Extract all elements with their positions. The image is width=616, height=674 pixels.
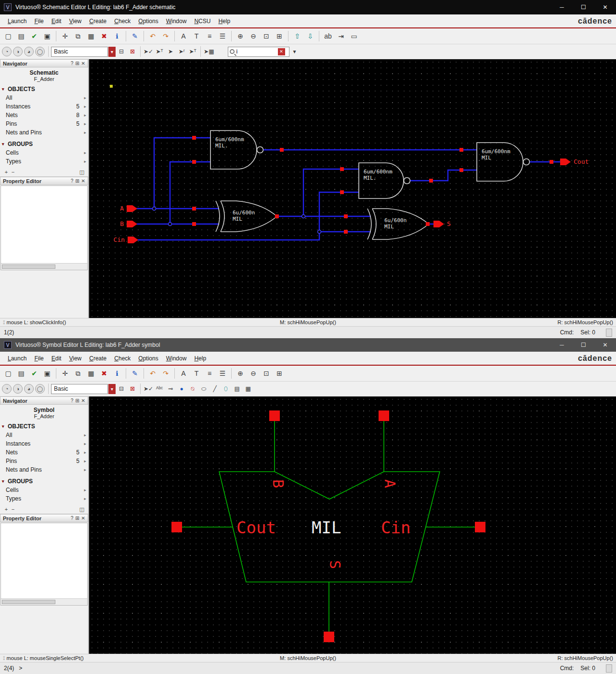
next-view-icon[interactable]: ◕ xyxy=(24,47,34,56)
instance-browser-icon[interactable]: ⊟ xyxy=(116,383,127,394)
menu-window[interactable]: Window xyxy=(162,353,191,364)
symbol-pin-a[interactable] xyxy=(379,410,389,421)
text-style-icon[interactable]: T xyxy=(190,367,203,380)
stretch-icon[interactable]: ✛ xyxy=(59,367,71,380)
properties-icon[interactable]: ℹ xyxy=(111,367,123,380)
select-filter-icon[interactable]: ➤✓ xyxy=(143,383,154,394)
create-polygon-icon[interactable]: ⬯ xyxy=(221,383,231,394)
create-circle-icon[interactable]: ● xyxy=(176,383,187,394)
ascend-hierarchy-icon[interactable]: ⇧ xyxy=(291,30,303,42)
distribute-icon[interactable]: ☰ xyxy=(216,30,229,42)
help-icon[interactable]: ? xyxy=(71,178,74,184)
collapse-icon[interactable]: − xyxy=(10,169,16,175)
command-bar[interactable]: 1(2) Cmd: Sel: 0 xyxy=(0,326,616,338)
zoom-to-fit-icon[interactable]: ⊡ xyxy=(260,367,273,380)
titlebar[interactable]: V Virtuoso® Symbol Editor L Editing: lab… xyxy=(0,338,616,352)
property-editor-body[interactable] xyxy=(0,523,88,606)
help-icon[interactable]: ? xyxy=(71,515,74,521)
menu-ncsu[interactable]: NCSU xyxy=(190,16,214,26)
titlebar[interactable]: V Virtuoso® Schematic Editor L Editing: … xyxy=(0,0,616,14)
zoom-out-icon[interactable]: ⊖ xyxy=(247,367,260,380)
distribute-icon[interactable]: ☰ xyxy=(216,367,229,380)
select-text-icon[interactable]: ➤ᵀ xyxy=(187,46,198,57)
home-view-icon[interactable]: ◯ xyxy=(35,47,45,56)
undo-icon[interactable]: ↶ xyxy=(146,367,159,380)
expand-icon[interactable]: + xyxy=(3,169,10,175)
properties-icon[interactable]: ℹ xyxy=(111,30,123,42)
minimize-button[interactable]: ─ xyxy=(551,0,573,14)
rotate-icon[interactable]: A xyxy=(177,367,190,380)
tree-item-all[interactable]: All ▸ xyxy=(0,431,88,439)
maximize-button[interactable]: ☐ xyxy=(573,0,594,14)
stretch-icon[interactable]: ✛ xyxy=(59,30,71,42)
palette-toggle-icon[interactable]: ⊠ xyxy=(127,383,138,394)
zoom-area-icon[interactable]: ⊞ xyxy=(273,30,286,42)
workspace-dropdown-icon[interactable]: ▾ xyxy=(108,384,116,394)
open-icon[interactable]: ▤ xyxy=(15,30,27,42)
notes-icon[interactable]: ▭ xyxy=(348,30,360,42)
search-clear-icon[interactable]: ✕ xyxy=(278,48,285,55)
create-ellipse-icon[interactable]: ⬭ xyxy=(198,383,209,394)
tree-section-objects[interactable]: ▾ OBJECTS xyxy=(0,422,88,431)
zoom-area-icon[interactable]: ⊞ xyxy=(273,367,286,380)
close-panel-icon[interactable]: ✕ xyxy=(81,61,85,66)
go-to-icon[interactable]: ⇥ xyxy=(335,30,347,42)
select-area-icon[interactable]: ➤▦ xyxy=(203,46,214,57)
home-view-icon[interactable]: ◯ xyxy=(35,384,45,394)
delete-icon[interactable]: ✖ xyxy=(98,30,110,42)
menu-file[interactable]: File xyxy=(30,353,47,364)
select-filter-icon[interactable]: ➤✓ xyxy=(143,46,154,57)
create-line-icon[interactable]: ╱ xyxy=(210,383,220,394)
horizontal-scrollbar[interactable] xyxy=(1,598,87,605)
open-icon[interactable]: ▤ xyxy=(15,367,27,380)
copy-icon[interactable]: ⧉ xyxy=(72,30,84,42)
property-editor-header[interactable]: Property Editor ? ⊞ ✕ xyxy=(0,514,88,522)
tree-item-pins[interactable]: Pins 5 ▸ xyxy=(0,119,88,128)
tree-item-instances[interactable]: Instances ▸ xyxy=(0,439,88,448)
scrollbar-thumb[interactable] xyxy=(2,264,55,269)
tree-item-pins[interactable]: Pins 5 ▸ xyxy=(0,457,88,465)
delete-icon[interactable]: ✖ xyxy=(98,367,110,380)
previous-view-icon[interactable]: ◔ xyxy=(2,47,12,56)
text-style-icon[interactable]: T xyxy=(190,30,203,42)
zoom-to-fit-icon[interactable]: ⊡ xyxy=(260,30,273,42)
menu-help[interactable]: Help xyxy=(214,16,234,26)
panel-mode-icon[interactable]: ◫ xyxy=(79,169,85,175)
command-bar[interactable]: 2(4) > Cmd: Sel: 0 xyxy=(0,662,616,674)
menu-file[interactable]: File xyxy=(30,16,47,26)
search-input[interactable] xyxy=(236,48,278,55)
help-icon[interactable]: ? xyxy=(71,61,74,66)
symbol-canvas[interactable]: B A Cout Cin S MIL xyxy=(89,396,616,654)
minimize-button[interactable]: ─ xyxy=(551,338,573,352)
copy-icon[interactable]: ⧉ xyxy=(72,367,84,380)
menu-view[interactable]: View xyxy=(65,16,85,26)
check-and-save-icon[interactable]: ✔ xyxy=(28,30,40,42)
property-editor-header[interactable]: Property Editor ? ⊞ ✕ xyxy=(0,177,88,185)
zoom-out-icon[interactable]: ⊖ xyxy=(247,30,260,42)
menu-options[interactable]: Options xyxy=(134,353,162,364)
check-and-save-icon[interactable]: ✔ xyxy=(28,367,40,380)
float-panel-icon[interactable]: ⊞ xyxy=(75,61,79,66)
workspace-select[interactable]: Basic xyxy=(51,47,108,57)
wire-nand2-out[interactable] xyxy=(410,170,477,181)
tree-section-objects[interactable]: ▾ OBJECTS xyxy=(0,85,88,93)
tree-item-nets-and-pins[interactable]: Nets and Pins ▸ xyxy=(0,128,88,137)
next-view-icon[interactable]: ◕ xyxy=(24,384,34,394)
tree-section-groups[interactable]: ▾ GROUPS xyxy=(0,140,88,148)
navigator-header[interactable]: Navigator ? ⊞ ✕ xyxy=(0,59,88,67)
schematic-canvas[interactable]: 6um/600nm MIL. 6um/600nm MIL. 6um/600nm … xyxy=(89,59,616,318)
undo-icon[interactable]: ↶ xyxy=(146,30,159,42)
descend-icon[interactable]: ▦ xyxy=(85,367,97,380)
pin-a[interactable] xyxy=(127,205,137,212)
pin-cin[interactable] xyxy=(128,237,138,243)
edit-in-place-icon[interactable]: ✎ xyxy=(129,30,141,42)
edit-in-place-icon[interactable]: ✎ xyxy=(129,367,141,380)
menu-options[interactable]: Options xyxy=(134,16,162,26)
wire-a-branch[interactable] xyxy=(154,138,210,209)
save-icon[interactable]: ▣ xyxy=(41,367,53,380)
pan-view-icon[interactable]: ◑ xyxy=(13,384,23,394)
float-panel-icon[interactable]: ⊞ xyxy=(75,398,79,403)
search-options-icon[interactable]: ▾ xyxy=(289,46,300,57)
tree-item-cells[interactable]: Cells ▸ xyxy=(0,486,88,494)
tree-item-types[interactable]: Types ▸ xyxy=(0,157,88,166)
